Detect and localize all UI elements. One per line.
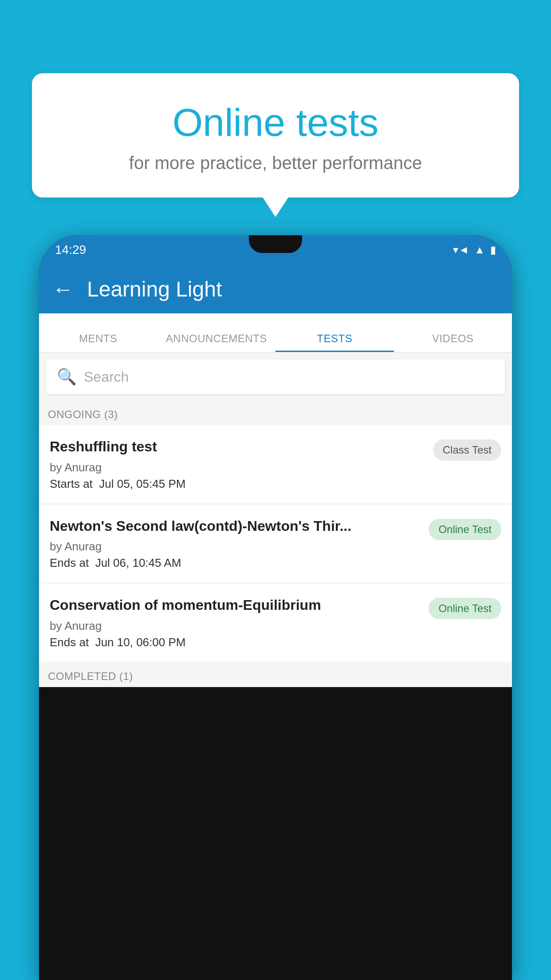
status-bar: 14:29 ▾◄ ▲ ▮: [39, 235, 512, 265]
bubble-title: Online tests: [54, 100, 497, 145]
back-button[interactable]: ←: [52, 277, 74, 301]
test-name-reshuffling: Reshuffling test: [50, 438, 426, 456]
test-time-conservation: Ends at Jun 10, 06:00 PM: [50, 636, 421, 649]
search-placeholder: Search: [84, 369, 129, 385]
notch: [249, 235, 302, 253]
test-item-conservation[interactable]: Conservation of momentum-Equilibrium by …: [39, 584, 512, 662]
speech-bubble: Online tests for more practice, better p…: [32, 73, 519, 198]
test-author-newton: by Anurag: [50, 540, 421, 553]
tab-bar: MENTS ANNOUNCEMENTS TESTS VIDEOS: [39, 313, 512, 352]
completed-section-header: COMPLETED (1): [39, 663, 512, 687]
test-time-newton: Ends at Jul 06, 10:45 AM: [50, 556, 421, 570]
battery-icon: ▮: [490, 244, 496, 256]
test-item-reshuffling[interactable]: Reshuffling test by Anurag Starts at Jul…: [39, 425, 512, 503]
tab-announcements[interactable]: ANNOUNCEMENTS: [157, 332, 276, 352]
status-time: 14:29: [55, 243, 86, 257]
test-name-newton: Newton's Second law(contd)-Newton's Thir…: [50, 517, 421, 536]
tab-videos[interactable]: VIDEOS: [394, 332, 512, 352]
phone-content: 🔍 Search ONGOING (3) Reshuffling test by…: [39, 352, 512, 687]
signal-icon: ▲: [474, 244, 485, 256]
test-author-conservation: by Anurag: [50, 619, 421, 633]
app-bar-title: Learning Light: [87, 277, 222, 301]
test-item-newton[interactable]: Newton's Second law(contd)-Newton's Thir…: [39, 505, 512, 583]
test-name-conservation: Conservation of momentum-Equilibrium: [50, 596, 421, 615]
badge-online-test-newton: Online Test: [429, 519, 501, 540]
tab-tests[interactable]: TESTS: [276, 332, 394, 352]
phone-frame: 14:29 ▾◄ ▲ ▮ ← Learning Light MENTS ANNO…: [39, 235, 512, 980]
badge-online-test-conservation: Online Test: [429, 598, 501, 619]
search-icon: 🔍: [57, 368, 77, 386]
ongoing-section-header: ONGOING (3): [39, 401, 512, 425]
tab-ments[interactable]: MENTS: [39, 332, 157, 352]
bubble-subtitle: for more practice, better performance: [54, 153, 497, 173]
wifi-icon: ▾◄: [453, 244, 469, 256]
search-bar[interactable]: 🔍 Search: [46, 360, 505, 394]
status-icons: ▾◄ ▲ ▮: [453, 244, 496, 256]
test-time-reshuffling: Starts at Jul 05, 05:45 PM: [50, 477, 426, 491]
app-bar: ← Learning Light: [39, 265, 512, 313]
badge-class-test: Class Test: [433, 439, 501, 461]
test-author-reshuffling: by Anurag: [50, 461, 426, 474]
